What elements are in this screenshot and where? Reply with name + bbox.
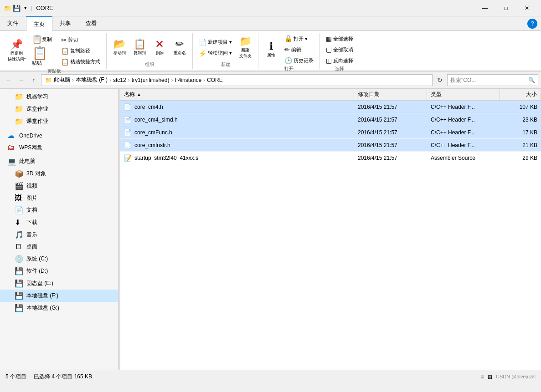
sidebar-item-e-drive[interactable]: 💾 固态盘 (E:) [0, 277, 118, 290]
window-title: CORE [36, 5, 474, 11]
ribbon: 文件 主页 共享 查看 ? 📌 固定到 快速访问" 📋 复制 [0, 16, 541, 71]
paste-shortcut-button[interactable]: 📋 粘贴快捷方式 [59, 57, 103, 67]
path-sep-2: › [109, 77, 111, 83]
sidebar-item-pictures[interactable]: 🖼 图片 [0, 192, 118, 204]
path-stc12[interactable]: stc12 [113, 77, 126, 83]
copy-path-button[interactable]: 📋 复制路径 [59, 46, 103, 56]
open-button[interactable]: 🔓 打开 ▾ [282, 34, 316, 44]
sidebar-item-desktop[interactable]: 🖥 桌面 [0, 241, 118, 253]
file-row[interactable]: 📄 core_cmFunc.h 2016/4/15 21:57 C/C++ He… [120, 126, 541, 139]
ribbon-content: 📌 固定到 快速访问" 📋 复制 📋 粘贴 ✂ [0, 31, 541, 71]
address-path[interactable]: 📁 此电脑 › 本地磁盘 (F:) › stc12 › try1(unfinis… [41, 74, 433, 86]
col-date-header[interactable]: 修改日期 [354, 89, 427, 100]
path-f4instance[interactable]: F4instance [175, 77, 201, 83]
sidebar-item-music[interactable]: 🎵 音乐 [0, 229, 118, 241]
col-type-header[interactable]: 类型 [427, 89, 500, 100]
path-computer[interactable]: 此电脑 [54, 76, 70, 84]
view-list-icon[interactable]: ≡ [481, 374, 484, 380]
path-core[interactable]: CORE [207, 77, 223, 83]
file-row[interactable]: 📄 core_cmInstr.h 2016/4/15 21:57 C/C++ H… [120, 139, 541, 152]
path-f-drive[interactable]: 本地磁盘 (F:) [76, 76, 108, 84]
file-size: 29 KB [522, 155, 537, 161]
easy-access-icon: ⚡ [199, 50, 206, 57]
sidebar-item-g-drive[interactable]: 💾 本地磁盘 (G:) [0, 302, 118, 314]
view-grid-icon[interactable]: ⊞ [488, 374, 492, 380]
sidebar-item-onedrive[interactable]: ☁ OneDrive [0, 129, 118, 142]
g-drive-icon: 💾 [15, 304, 24, 312]
sidebar-item-documents[interactable]: 📄 文档 [0, 204, 118, 216]
sidebar-item-f-drive[interactable]: 💾 本地磁盘 (F:) [0, 290, 118, 302]
edit-label: 编辑 [291, 46, 301, 53]
sidebar-item-d-drive[interactable]: 💾 软件 (D:) [0, 265, 118, 277]
sidebar-item-downloads[interactable]: ⬇ 下载 [0, 216, 118, 229]
invert-select-icon: ◫ [326, 57, 332, 64]
sidebar-label-thispc: 此电脑 [19, 158, 36, 165]
sidebar-item-c-drive[interactable]: 💿 系统 (C:) [0, 253, 118, 265]
file-size: 107 KB [520, 104, 537, 110]
sidebar-item-ketangzuoye1[interactable]: 📁 课堂作业 [0, 103, 118, 115]
easy-access-label: 轻松访问 ▾ [208, 50, 232, 56]
pin-button[interactable]: 📌 固定到 快速访问" [5, 38, 28, 64]
path-sep-4: › [171, 77, 173, 83]
invert-select-button[interactable]: ◫ 反向选择 [324, 56, 356, 66]
col-name-label: 名称 [124, 91, 135, 98]
organize-buttons: 📂 移动到 📋 复制到 ✕ 删除 ✏ 重命名 [110, 34, 189, 61]
search-input[interactable] [450, 77, 526, 83]
move-to-button[interactable]: 📂 移动到 [110, 38, 129, 57]
refresh-button[interactable]: ↻ [434, 75, 445, 86]
onedrive-icon: ☁ [7, 131, 16, 140]
rename-icon: ✏ [175, 39, 184, 49]
3dobj-icon: 📦 [15, 169, 24, 178]
file-name-cell: 📄 core_cm4.h [120, 101, 354, 113]
file-row[interactable]: 📄 core_cm4.h 2016/4/15 21:57 C/C++ Heade… [120, 101, 541, 113]
new-item-icon: 📄 [199, 39, 206, 46]
col-date-label: 修改日期 [358, 91, 380, 98]
easy-access-button[interactable]: ⚡ 轻松访问 ▾ [196, 48, 234, 58]
properties-button[interactable]: ℹ 属性 [262, 40, 280, 60]
copy-button[interactable]: 📋 复制 [30, 34, 57, 45]
cut-button[interactable]: ✂ 剪切 [59, 35, 103, 45]
copy-to-button[interactable]: 📋 复制到 [130, 38, 149, 57]
sidebar-item-ketangzuoye2[interactable]: 📁 课堂作业 [0, 115, 118, 127]
col-size-header[interactable]: 大小 [500, 89, 541, 100]
search-box[interactable]: 🔍 [447, 74, 538, 86]
properties-icon: ℹ [269, 41, 273, 51]
tab-home[interactable]: 主页 [26, 16, 52, 31]
new-item-button[interactable]: 📄 新建项目 ▾ [196, 37, 234, 47]
sidebar-label-g-drive: 本地磁盘 (G:) [26, 304, 59, 312]
paste-button[interactable]: 📋 粘贴 [30, 46, 57, 68]
minimize-button[interactable]: — [474, 0, 495, 16]
cut-label: 剪切 [68, 36, 78, 43]
close-button[interactable]: ✕ [516, 0, 537, 16]
rename-button[interactable]: ✏ 重命名 [170, 38, 189, 57]
maximize-button[interactable]: □ [495, 0, 516, 16]
tab-share[interactable]: 共享 [52, 16, 78, 31]
forward-button[interactable]: → [15, 75, 26, 86]
select-all-button[interactable]: ▦ 全部选择 [324, 34, 356, 44]
edit-icon: ✏ [284, 46, 290, 53]
sidebar-item-thispc[interactable]: 💻 此电脑 [0, 155, 118, 168]
path-try1[interactable]: try1(unfinished) [132, 77, 170, 83]
sidebar-item-3dobj[interactable]: 📦 3D 对象 [0, 168, 118, 180]
sidebar-item-video[interactable]: 🎬 视频 [0, 180, 118, 192]
sidebar-label-d-drive: 软件 (D:) [26, 267, 48, 275]
sidebar-item-jiqixuexi[interactable]: 📁 机器学习 [0, 91, 118, 103]
tab-view[interactable]: 查看 [78, 16, 104, 31]
file-row[interactable]: 📝 startup_stm32f40_41xxx.s 2016/4/15 21:… [120, 152, 541, 164]
col-name-header[interactable]: 名称 ▲ [120, 89, 354, 100]
edit-button[interactable]: ✏ 编辑 [282, 45, 316, 55]
delete-button[interactable]: ✕ 删除 [150, 37, 169, 58]
titlebar-app-icons: 📁 💾 ▾ | [4, 5, 32, 12]
file-row[interactable]: 📄 core_cm4_simd.h 2016/4/15 21:57 C/C++ … [120, 113, 541, 126]
up-button[interactable]: ↑ [28, 75, 39, 86]
history-button[interactable]: 🕒 历史记录 [282, 56, 316, 66]
window-controls: — □ ✕ [474, 0, 537, 16]
select-none-button[interactable]: ▢ 全部取消 [324, 45, 356, 55]
file-type: C/C++ Header F... [431, 142, 475, 148]
file-date: 2016/4/15 21:57 [358, 117, 397, 123]
sidebar-item-wpsdisk[interactable]: 🗂 WPS网盘 [0, 142, 118, 153]
back-button[interactable]: ← [3, 75, 14, 86]
new-folder-button[interactable]: 📁 新建 文件夹 [236, 35, 254, 61]
help-icon[interactable]: ? [527, 19, 537, 29]
tab-file[interactable]: 文件 [0, 16, 26, 31]
